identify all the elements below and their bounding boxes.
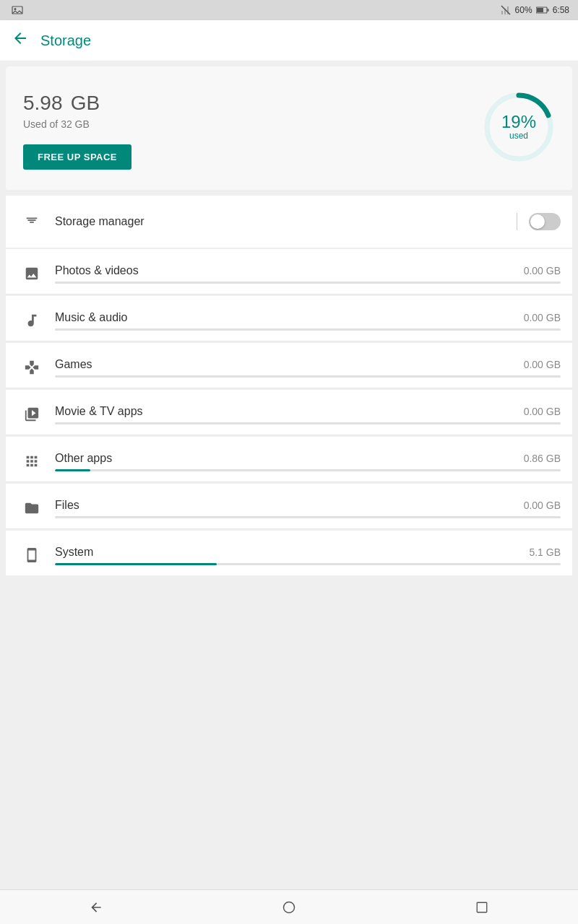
list-item-movietv[interactable]: Movie & TV apps0.00 GB [6, 390, 572, 435]
otherapps-progress-bar [55, 469, 561, 471]
movietv-progress-bar [55, 422, 561, 424]
photo-icon [17, 259, 46, 288]
apps-icon [17, 447, 46, 476]
storage-capacity-label: Used of 32 GB [23, 118, 131, 130]
photos-value: 0.00 GB [524, 265, 561, 276]
games-value: 0.00 GB [524, 359, 561, 370]
system-value: 5.1 GB [529, 546, 561, 558]
system-title: System [55, 546, 93, 559]
photos-progress-bar [55, 282, 561, 284]
svg-rect-4 [504, 9, 506, 14]
free-up-space-button[interactable]: FREE UP SPACE [23, 144, 131, 170]
page-title: Storage [40, 32, 91, 49]
storage-info: 5.98 GB Used of 32 GB FREE UP SPACE [23, 84, 131, 170]
games-progress-bar [55, 375, 561, 378]
music-value: 0.00 GB [524, 312, 561, 323]
system-progress-bar [55, 563, 561, 565]
games-title: Games [55, 358, 92, 371]
battery-text: 60% [515, 5, 532, 15]
storage-manager-toggle[interactable] [529, 213, 561, 230]
photos-title: Photos & videos [55, 264, 139, 277]
movietv-value: 0.00 GB [524, 406, 561, 417]
folder-icon [17, 494, 46, 523]
battery-icon [536, 6, 549, 14]
otherapps-title: Other apps [55, 452, 112, 465]
usage-percent: 19% [501, 113, 536, 131]
list-item-otherapps[interactable]: Other apps0.86 GB [6, 437, 572, 482]
files-value: 0.00 GB [524, 500, 561, 511]
list-item-files[interactable]: Files0.00 GB [6, 484, 572, 529]
status-icons: 60% 6:58 [500, 4, 569, 16]
status-bar: 60% 6:58 [0, 0, 578, 20]
svg-rect-8 [537, 8, 543, 12]
storage-summary-card: 5.98 GB Used of 32 GB FREE UP SPACE 19% … [6, 66, 572, 190]
svg-rect-5 [507, 6, 509, 14]
bottom-navigation [0, 889, 578, 924]
time-display: 6:58 [553, 5, 569, 15]
back-nav-button[interactable] [82, 893, 111, 922]
list-item-music[interactable]: Music & audio0.00 GB [6, 296, 572, 341]
photo-thumbnail-icon [12, 4, 23, 16]
app-bar: Storage [0, 20, 578, 61]
otherapps-progress-fill [55, 469, 90, 471]
svg-rect-12 [477, 902, 487, 912]
music-title: Music & audio [55, 311, 128, 324]
music-progress-bar [55, 328, 561, 331]
system-icon [17, 541, 46, 570]
toggle-knob [530, 214, 545, 229]
storage-manager-row[interactable]: Storage manager [6, 196, 572, 248]
usage-circle-chart: 19% used [483, 91, 555, 163]
games-icon [17, 353, 46, 382]
recents-nav-button[interactable] [467, 893, 496, 922]
files-title: Files [55, 499, 79, 512]
movie-icon [17, 400, 46, 429]
list-item-system[interactable]: System5.1 GB [6, 531, 572, 575]
files-progress-bar [55, 516, 561, 518]
list-item-photos[interactable]: Photos & videos0.00 GB [6, 249, 572, 295]
system-progress-fill [55, 563, 217, 565]
usage-label: used [509, 131, 528, 141]
content-area: 5.98 GB Used of 32 GB FREE UP SPACE 19% … [0, 61, 578, 889]
storage-categories-list: Photos & videos0.00 GBMusic & audio0.00 … [0, 249, 578, 575]
music-icon [17, 306, 46, 335]
movietv-title: Movie & TV apps [55, 405, 143, 418]
storage-manager-icon [17, 207, 46, 236]
svg-rect-7 [547, 9, 548, 12]
svg-point-1 [14, 8, 17, 10]
divider [517, 213, 517, 230]
otherapps-value: 0.86 GB [524, 453, 561, 464]
used-storage-size: 5.98 GB [23, 84, 131, 116]
back-button[interactable] [12, 30, 29, 51]
home-nav-button[interactable] [275, 893, 303, 922]
svg-rect-3 [501, 11, 503, 14]
status-bar-left [9, 4, 496, 16]
signal-icon [500, 4, 512, 16]
circle-inner: 19% used [483, 91, 555, 163]
storage-manager-title: Storage manager [46, 215, 517, 228]
list-item-games[interactable]: Games0.00 GB [6, 343, 572, 388]
svg-point-11 [283, 902, 294, 912]
